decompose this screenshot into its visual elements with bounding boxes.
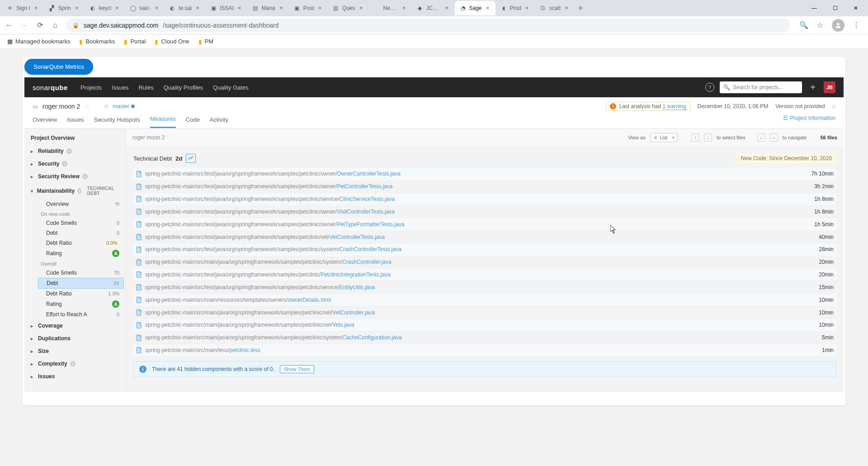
reload-button[interactable]: ⟳ xyxy=(35,21,44,29)
zoom-icon[interactable]: 🔍 xyxy=(799,21,808,29)
file-name[interactable]: ownerDetails.html xyxy=(288,297,330,303)
sidebar-overview-heading[interactable]: Project Overview xyxy=(24,135,126,145)
branch-selector[interactable]: master xyxy=(113,103,135,109)
sonar-nav-issues[interactable]: Issues xyxy=(112,84,129,91)
tab-close-icon[interactable]: × xyxy=(358,5,364,11)
minimize-window-button[interactable]: — xyxy=(804,1,825,15)
sidebar-item-reliability[interactable]: ▸Reliability? xyxy=(24,145,126,157)
file-row[interactable]: spring-petclinic-main/src/test/java/org/… xyxy=(133,193,836,206)
file-row[interactable]: spring-petclinic-main/src/main/java/org/… xyxy=(133,319,836,332)
file-row[interactable]: spring-petclinic-main/src/test/java/org/… xyxy=(133,205,836,218)
tab-close-icon[interactable]: × xyxy=(278,5,284,11)
project-information-link[interactable]: ☰ Project Information xyxy=(783,115,835,125)
sonar-nav-projects[interactable]: Projects xyxy=(80,84,102,91)
favorite-star-icon[interactable]: ☆ xyxy=(85,103,90,110)
file-row[interactable]: spring-petclinic-main/src/test/java/org/… xyxy=(133,269,836,281)
file-row[interactable]: spring-petclinic-main/src/test/java/org/… xyxy=(133,281,836,294)
browser-tab[interactable]: ✳Sign I× xyxy=(2,1,44,15)
maximize-window-button[interactable]: ☐ xyxy=(825,1,845,15)
history-graph-button[interactable] xyxy=(186,154,196,163)
sidebar-item-size[interactable]: ▸Size xyxy=(24,345,126,357)
show-them-button[interactable]: Show Them xyxy=(280,365,315,373)
tab-activity[interactable]: Activity xyxy=(210,113,228,128)
browser-tab[interactable]: ▥Ques× xyxy=(328,1,369,15)
sidebar-row-debt-ratio[interactable]: Debt Ratio0.0% xyxy=(36,238,126,248)
tab-close-icon[interactable]: × xyxy=(114,5,120,11)
file-row[interactable]: spring-petclinic-main/src/test/java/org/… xyxy=(133,243,836,256)
sonarqube-metrics-button[interactable]: SonarQube Metrics xyxy=(24,59,93,75)
file-name[interactable]: petclinic.less xyxy=(230,347,260,353)
bookmark-item[interactable]: ▦Managed bookmarks xyxy=(7,38,70,45)
sidebar-item-duplications[interactable]: ▸Duplications xyxy=(24,332,126,345)
file-row[interactable]: spring-petclinic-main/src/main/less/petc… xyxy=(133,344,836,357)
back-button[interactable]: ← xyxy=(5,21,14,29)
user-avatar[interactable]: JB xyxy=(824,81,835,93)
tab-code[interactable]: Code xyxy=(186,113,200,128)
sidebar-row-code-smells[interactable]: Code Smells70 xyxy=(36,268,126,278)
file-name[interactable]: OwnerControllerTests.java xyxy=(337,171,401,177)
tab-overview[interactable]: Overview xyxy=(33,113,57,128)
tab-close-icon[interactable]: × xyxy=(401,5,407,11)
tab-close-icon[interactable]: × xyxy=(236,5,243,11)
file-name[interactable]: VisitControllerTests.java xyxy=(337,209,395,215)
sidebar-row-debt[interactable]: Debt0 xyxy=(36,228,126,238)
sidebar-item-issues[interactable]: ▸Issues xyxy=(24,370,126,383)
sidebar-item-security[interactable]: ▸Security? xyxy=(24,157,126,170)
sidebar-row-debt[interactable]: Debt2d xyxy=(38,278,124,289)
sidebar-row-code-smells[interactable]: Code Smells0 xyxy=(36,218,126,228)
bookmark-item[interactable]: ▮Bookmarks xyxy=(79,38,115,45)
file-row[interactable]: spring-petclinic-main/src/test/java/org/… xyxy=(133,231,836,243)
sonar-search-input[interactable]: 🔍 Search for projects... xyxy=(720,81,802,93)
file-name[interactable]: CacheConfiguration.java xyxy=(342,334,401,341)
project-name[interactable]: roger moon 2 xyxy=(42,103,80,110)
view-selector[interactable]: ≡ List xyxy=(650,133,678,142)
tab-close-icon[interactable]: × xyxy=(33,5,39,11)
tab-security-hotspots[interactable]: Security Hotspots xyxy=(94,113,140,128)
sonar-nav-quality-gates[interactable]: Quality Gates xyxy=(213,84,249,91)
file-name[interactable]: VetController.java xyxy=(332,309,375,316)
tab-close-icon[interactable]: × xyxy=(74,5,80,11)
browser-tab[interactable]: New Tab× xyxy=(369,1,412,15)
bookmark-item[interactable]: ▮PM xyxy=(198,38,214,45)
browser-tab[interactable]: Gscatt× xyxy=(535,1,574,15)
file-name[interactable]: Vets.java xyxy=(332,322,354,328)
sonar-nav-rules[interactable]: Rules xyxy=(138,84,153,91)
file-row[interactable]: spring-petclinic-main/src/test/java/org/… xyxy=(133,218,836,231)
browser-tab[interactable]: ◔Sage× xyxy=(455,1,495,15)
tab-issues[interactable]: Issues xyxy=(67,113,84,128)
sidebar-item-security-review[interactable]: ▸Security Review? xyxy=(24,170,126,183)
file-name[interactable]: CrashControllerTests.java xyxy=(339,246,401,252)
browser-tab[interactable]: ▣Post× xyxy=(289,1,328,15)
file-name[interactable]: EntityUtils.java xyxy=(339,284,375,290)
browser-tab[interactable]: ◆JCaaS× xyxy=(412,1,455,15)
file-row[interactable]: spring-petclinic-main/src/test/java/org/… xyxy=(133,181,836,193)
star-icon[interactable]: ☆ xyxy=(816,21,825,29)
help-icon[interactable]: ? xyxy=(705,83,714,92)
create-button[interactable]: + xyxy=(807,82,818,93)
tab-close-icon[interactable]: × xyxy=(524,5,530,11)
file-row[interactable]: spring-petclinic-main/src/test/java/org/… xyxy=(133,168,836,181)
new-tab-button[interactable]: + xyxy=(574,2,587,14)
sidebar-item-coverage[interactable]: ▸Coverage xyxy=(24,319,126,332)
browser-tab[interactable]: ◐keycl× xyxy=(85,1,125,15)
sidebar-row-rating[interactable]: RatingA xyxy=(36,248,126,259)
bookmark-item[interactable]: ▮Cloud One xyxy=(155,38,189,45)
sonar-nav-quality-profiles[interactable]: Quality Profiles xyxy=(164,84,203,91)
tab-close-icon[interactable]: × xyxy=(444,5,450,11)
menu-icon[interactable]: ⋮ xyxy=(852,21,861,29)
home-button[interactable]: ⌂ xyxy=(51,21,60,29)
close-window-button[interactable]: ✕ xyxy=(845,1,866,15)
sidebar-row-rating[interactable]: RatingA xyxy=(36,299,126,309)
browser-tab[interactable]: ◯saic-× xyxy=(125,1,164,15)
browser-tab[interactable]: ◖Prod× xyxy=(495,1,535,15)
file-row[interactable]: spring-petclinic-main/src/main/java/org/… xyxy=(133,306,836,319)
sidebar-row-debt-ratio[interactable]: Debt Ratio1.3% xyxy=(36,289,126,299)
file-name[interactable]: PetControllerTests.java xyxy=(337,183,392,190)
tab-close-icon[interactable]: × xyxy=(485,5,491,11)
tab-close-icon[interactable]: × xyxy=(563,5,570,11)
bookmark-item[interactable]: ▮Portal xyxy=(124,38,146,45)
browser-tab[interactable]: ▞Sprin× xyxy=(44,1,85,15)
file-name[interactable]: ClinicServiceTests.java xyxy=(339,196,395,202)
tab-measures[interactable]: Measures xyxy=(150,112,176,128)
file-name[interactable]: VetControllerTests.java xyxy=(329,234,385,240)
